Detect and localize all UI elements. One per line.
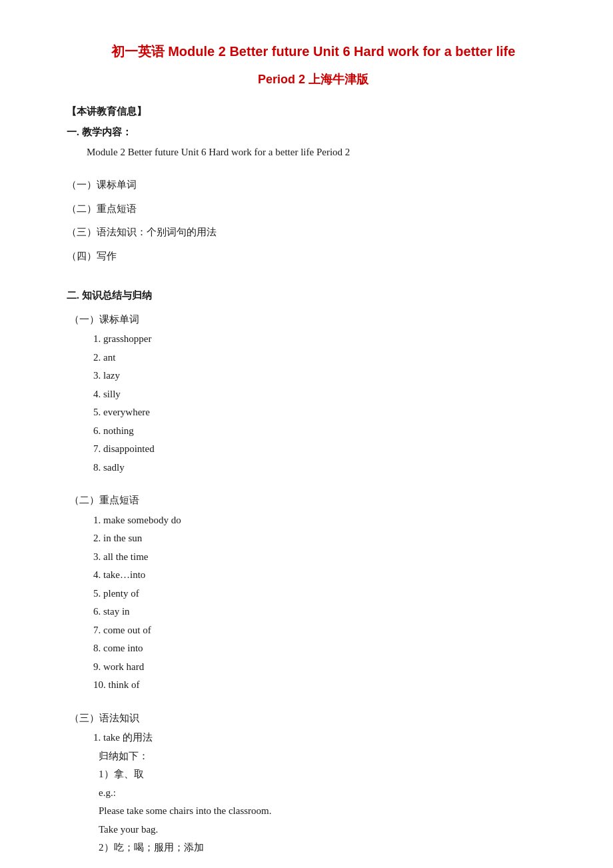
grammar-example-1: Please take some chairs into the classro… bbox=[99, 803, 560, 820]
grammar-example-2: Take your bag. bbox=[99, 821, 560, 839]
part2-items: 1. make somebody do 2. in the sun 3. all… bbox=[67, 512, 560, 694]
part2-header: （二）重点短语 bbox=[69, 492, 560, 509]
list-item: 7. disappointed bbox=[93, 441, 560, 458]
list-item: 4. take…into bbox=[93, 567, 560, 584]
subtitle: Period 2 上海牛津版 bbox=[67, 69, 560, 90]
part3-header: （三）语法知识 bbox=[69, 710, 560, 727]
grammar-eg-label: e.g.: bbox=[99, 785, 560, 802]
list-item: 3. lazy bbox=[93, 367, 560, 385]
list-item: 1. grasshopper bbox=[93, 331, 560, 348]
section1-sub1: （一）课标单词 bbox=[67, 177, 560, 194]
part1-header: （一）课标单词 bbox=[69, 311, 560, 329]
section1-sub4: （四）写作 bbox=[67, 248, 560, 265]
list-item: 7. come out of bbox=[93, 622, 560, 639]
list-item: 10. think of bbox=[93, 677, 560, 694]
list-item: 9. work hard bbox=[93, 659, 560, 676]
bracket-title: 【本讲教育信息】 bbox=[67, 103, 560, 121]
list-item: 4. silly bbox=[93, 386, 560, 403]
part1-items: 1. grasshopper 2. ant 3. lazy 4. silly 5… bbox=[67, 331, 560, 476]
list-item: 8. sadly bbox=[93, 459, 560, 477]
list-item: 5. everywhere bbox=[93, 404, 560, 421]
list-item: 6. nothing bbox=[93, 423, 560, 440]
list-item: 3. all the time bbox=[93, 549, 560, 566]
section1-header: 一. 教学内容： bbox=[67, 124, 560, 141]
section2-header: 二. 知识总结与归纳 bbox=[67, 287, 560, 305]
grammar-sub-intro: 归纳如下： bbox=[99, 748, 560, 765]
list-item: 5. plenty of bbox=[93, 585, 560, 603]
grammar-sub-1-num: 1）拿、取 bbox=[99, 766, 560, 783]
section1-sub2: （二）重点短语 bbox=[67, 201, 560, 218]
grammar-item-1-label: 1. take 的用法 bbox=[93, 729, 560, 747]
list-item: 1. make somebody do bbox=[93, 512, 560, 529]
section1-sub3: （三）语法知识：个别词句的用法 bbox=[67, 224, 560, 241]
grammar-sub-2-num: 2）吃；喝；服用；添加 bbox=[99, 839, 560, 857]
section1-content: Module 2 Better future Unit 6 Hard work … bbox=[87, 144, 560, 161]
list-item: 8. come into bbox=[93, 640, 560, 657]
list-item: 6. stay in bbox=[93, 603, 560, 621]
list-item: 2. in the sun bbox=[93, 530, 560, 547]
list-item: 2. ant bbox=[93, 349, 560, 367]
main-title: 初一英语 Module 2 Better future Unit 6 Hard … bbox=[67, 40, 560, 63]
